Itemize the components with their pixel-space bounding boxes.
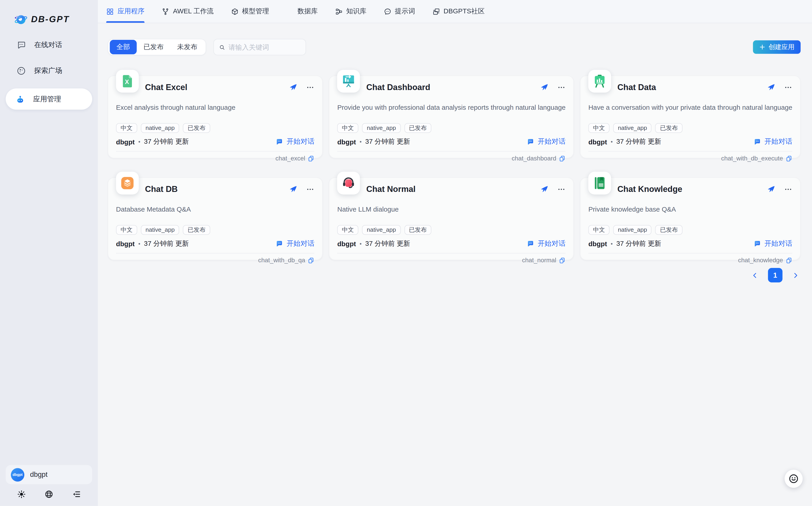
tag-chip: 中文 <box>116 225 137 235</box>
meta-row: dbgpt • 37 分钟前 更新 开始对话 <box>116 239 315 248</box>
chat-gradient-icon <box>276 240 283 247</box>
headset-icon <box>337 172 360 195</box>
app-description: Have a conversation with your private da… <box>588 103 792 112</box>
copy-icon[interactable] <box>308 155 315 162</box>
tab-3[interactable]: 数据库 <box>286 0 318 23</box>
card-footer: chat_knowledge <box>588 253 792 264</box>
filter-segment-0[interactable]: 全部 <box>110 40 137 54</box>
copy-icon[interactable] <box>559 155 566 162</box>
more-menu-icon[interactable] <box>557 83 566 92</box>
next-page-icon[interactable] <box>792 272 799 278</box>
start-chat-label: 开始对话 <box>764 239 792 248</box>
card-head: Chat Data <box>588 76 792 99</box>
tab-4[interactable]: 知识库 <box>335 0 366 23</box>
sidebar-item-1[interactable]: 探索广场 <box>0 65 98 77</box>
search-input[interactable] <box>228 43 300 51</box>
collapse-icon[interactable] <box>72 490 81 499</box>
start-chat-label: 开始对话 <box>764 137 792 147</box>
meta-row: dbgpt • 37 分钟前 更新 开始对话 <box>588 239 792 248</box>
tag-chip: 已发布 <box>183 225 210 235</box>
app-card[interactable]: Chat Normal Native LLM dialogue 中文native… <box>329 177 574 260</box>
more-menu-icon[interactable] <box>784 83 793 92</box>
knowledge-book-icon <box>588 172 611 195</box>
filter-segment-1[interactable]: 已发布 <box>137 40 171 54</box>
start-chat-link[interactable]: 开始对话 <box>754 239 792 248</box>
card-actions <box>540 185 565 193</box>
tab-2[interactable]: 模型管理 <box>231 0 269 23</box>
tag-chip: 已发布 <box>404 123 431 133</box>
start-chat-link[interactable]: 开始对话 <box>527 239 565 248</box>
publish-wing-icon[interactable] <box>767 83 775 92</box>
more-menu-icon[interactable] <box>784 185 793 193</box>
sidebar-item-2[interactable]: 应用管理 <box>6 88 92 110</box>
excel-doc-icon: X <box>116 70 139 93</box>
meta-dot: • <box>359 241 361 247</box>
tag-chip: 中文 <box>588 225 610 235</box>
start-chat-label: 开始对话 <box>287 137 315 147</box>
avatar: dbgpt <box>11 468 24 481</box>
page-1-button[interactable]: 1 <box>768 268 783 282</box>
more-menu-icon[interactable] <box>306 83 315 92</box>
start-chat-link[interactable]: 开始对话 <box>527 137 565 147</box>
tab-label: 数据库 <box>297 7 318 16</box>
app-window: DB-GPT 在线对话 探索广场 应用管理 dbgpt dbgpt 应用程序 A <box>0 0 812 506</box>
app-card[interactable]: Chat Data Have a conversation with your … <box>580 76 801 158</box>
app-description: Provide you with professional data analy… <box>337 103 566 112</box>
tag-chip: native_app <box>141 225 180 235</box>
copy-icon[interactable] <box>559 257 566 264</box>
top-nav: 应用程序 AWEL 工作流 模型管理 数据库 知识库 提示词 DBGPTS社区 <box>98 0 812 23</box>
tab-5[interactable]: 提示词 <box>384 0 415 23</box>
user-chip[interactable]: dbgpt dbgpt <box>6 465 92 485</box>
publish-wing-icon[interactable] <box>289 185 297 193</box>
publish-wing-icon[interactable] <box>540 185 548 193</box>
more-menu-icon[interactable] <box>306 185 315 193</box>
tag-chip: 已发布 <box>183 123 210 133</box>
card-head: X Chat Excel <box>116 76 315 99</box>
app-card[interactable]: X Chat Excel Excel analysis through natu… <box>108 76 323 158</box>
publish-wing-icon[interactable] <box>289 83 297 92</box>
app-title: Chat Excel <box>145 83 187 92</box>
tab-1[interactable]: AWEL 工作流 <box>161 0 214 23</box>
chat-gradient-icon <box>527 240 534 247</box>
start-chat-link[interactable]: 开始对话 <box>276 239 315 248</box>
prev-page-icon[interactable] <box>751 272 758 278</box>
meta-row: dbgpt • 37 分钟前 更新 开始对话 <box>116 137 315 147</box>
app-card[interactable]: Chat Dashboard Provide you with professi… <box>329 76 574 158</box>
create-app-label: 创建应用 <box>768 43 794 52</box>
meta-dot: • <box>611 241 613 247</box>
card-footer: chat_dashboard <box>337 151 566 162</box>
more-menu-icon[interactable] <box>557 185 566 193</box>
app-description: Private knowledge base Q&A <box>588 205 792 214</box>
start-chat-link[interactable]: 开始对话 <box>754 137 792 147</box>
owner-name: dbgpt <box>337 138 356 146</box>
dashboard-board-icon <box>337 70 360 93</box>
tag-row: 中文native_app已发布 <box>588 123 792 133</box>
filter-row: 全部已发布未发布 创建应用 <box>108 39 801 55</box>
brand-logo: DB-GPT <box>0 0 98 27</box>
sidebar-spacer <box>0 110 98 465</box>
copy-icon[interactable] <box>786 155 792 162</box>
tab-6[interactable]: DBGPTS社区 <box>432 0 485 23</box>
publish-wing-icon[interactable] <box>540 83 548 92</box>
tab-0[interactable]: 应用程序 <box>106 0 145 23</box>
sun-icon[interactable] <box>17 490 26 499</box>
tag-chip: native_app <box>362 225 401 235</box>
app-card[interactable]: Chat Knowledge Private knowledge base Q&… <box>580 177 801 260</box>
copy-icon[interactable] <box>786 257 792 264</box>
start-chat-link[interactable]: 开始对话 <box>276 137 315 147</box>
chat-gradient-icon <box>754 138 761 146</box>
publish-wing-icon[interactable] <box>767 185 775 193</box>
sidebar-item-0[interactable]: 在线对话 <box>0 39 98 51</box>
copy-icon[interactable] <box>308 257 315 264</box>
chat-gradient-icon <box>527 138 534 146</box>
app-title: Chat DB <box>145 185 178 194</box>
create-app-button[interactable]: 创建应用 <box>753 40 801 54</box>
app-card[interactable]: Chat DB Database Metadata Q&A 中文native_a… <box>108 177 323 260</box>
meta-row: dbgpt • 37 分钟前 更新 开始对话 <box>337 137 566 147</box>
globe-icon[interactable] <box>45 490 54 499</box>
card-actions <box>540 83 565 92</box>
feedback-fab[interactable] <box>785 470 803 488</box>
search-box[interactable] <box>213 39 306 55</box>
filter-segment-2[interactable]: 未发布 <box>171 40 204 54</box>
tag-chip: native_app <box>613 225 652 235</box>
